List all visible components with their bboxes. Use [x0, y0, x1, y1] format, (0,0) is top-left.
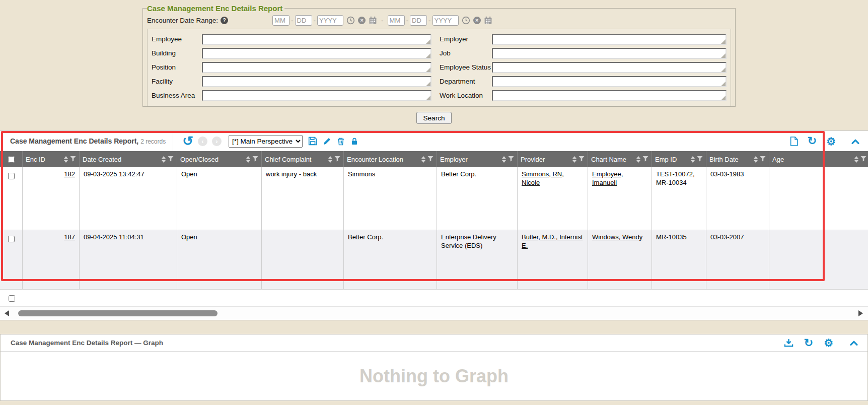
- help-icon[interactable]: ?: [221, 17, 228, 24]
- end-year-input[interactable]: [432, 15, 459, 26]
- business-area-input[interactable]: [202, 90, 431, 101]
- building-input[interactable]: [202, 48, 431, 59]
- position-input[interactable]: [202, 62, 431, 73]
- table-cell: Simmons: [344, 167, 437, 230]
- scroll-right-arrow-icon[interactable]: [858, 310, 863, 316]
- start-calendar-icon[interactable]: [369, 16, 377, 25]
- end-time-clock-icon[interactable]: [462, 16, 470, 25]
- column-header-open-closed[interactable]: Open/Closed: [177, 151, 262, 167]
- graph-settings-gear-icon[interactable]: ⚙: [824, 337, 833, 348]
- graph-collapse-icon[interactable]: [849, 340, 858, 346]
- column-label: Chart Name: [591, 156, 633, 163]
- sort-icon[interactable]: [854, 156, 858, 163]
- column-header-encounter-location[interactable]: Encounter Location: [344, 151, 437, 167]
- employee-input[interactable]: [202, 34, 431, 45]
- filter-funnel-icon[interactable]: [697, 156, 703, 163]
- end-calendar-icon[interactable]: [484, 16, 492, 25]
- end-clear-icon[interactable]: ×: [473, 17, 481, 24]
- scrollbar-thumb[interactable]: [18, 310, 218, 316]
- table-cell: Enterprise Delivery Service (EDS): [437, 230, 518, 289]
- filter-fields-right-column: EmployerJobEmployee StatusDepartmentWork…: [440, 32, 727, 103]
- employer-input[interactable]: [492, 34, 727, 45]
- column-header-enc-id[interactable]: Enc ID: [23, 151, 80, 167]
- filter-funnel-icon[interactable]: [760, 156, 766, 163]
- sort-icon[interactable]: [691, 156, 695, 163]
- edit-perspective-icon[interactable]: [323, 137, 331, 146]
- column-header-chart-name[interactable]: Chart Name: [588, 151, 652, 167]
- sort-icon[interactable]: [64, 156, 68, 163]
- filter-funnel-icon[interactable]: [508, 156, 514, 163]
- sort-icon[interactable]: [502, 156, 506, 163]
- start-clear-icon[interactable]: ×: [358, 17, 366, 24]
- start-year-input[interactable]: [317, 15, 343, 26]
- column-header-emp-id[interactable]: Emp ID: [652, 151, 706, 167]
- start-time-clock-icon[interactable]: [346, 16, 355, 25]
- cell-link[interactable]: Employee, Imanuell: [592, 170, 623, 186]
- sort-icon[interactable]: [328, 156, 332, 163]
- department-input[interactable]: [492, 76, 727, 87]
- field-input-wrap: [492, 90, 727, 101]
- filter-funnel-icon[interactable]: [252, 156, 258, 163]
- graph-toolbar: Case Management Enc Details Report — Gra…: [1, 334, 867, 352]
- column-label: Encounter Location: [347, 156, 418, 163]
- search-button[interactable]: Search: [416, 112, 452, 124]
- undo-icon[interactable]: ↺: [182, 136, 193, 146]
- field-label-employer: Employer: [440, 36, 492, 43]
- work-location-input[interactable]: [492, 90, 727, 101]
- cell-link[interactable]: 182: [64, 170, 75, 178]
- next-perspective-icon[interactable]: ›: [212, 137, 222, 146]
- facility-input[interactable]: [202, 76, 431, 87]
- cell-link[interactable]: Simmons, RN, Nicole: [522, 170, 564, 186]
- start-month-input[interactable]: [272, 15, 290, 26]
- filter-funnel-icon[interactable]: [578, 156, 585, 163]
- footer-row-checkbox[interactable]: [9, 295, 15, 302]
- export-file-icon[interactable]: [790, 137, 798, 146]
- field-label-building: Building: [152, 50, 202, 57]
- start-day-input[interactable]: [295, 15, 312, 26]
- row-checkbox[interactable]: [8, 173, 15, 179]
- column-header-employer[interactable]: Employer: [437, 151, 518, 167]
- column-header-provider[interactable]: Provider: [518, 151, 588, 167]
- sort-icon[interactable]: [572, 156, 576, 163]
- settings-gear-icon[interactable]: ⚙: [826, 136, 836, 147]
- filter-funnel-icon[interactable]: [334, 156, 340, 163]
- scroll-left-arrow-icon[interactable]: [5, 310, 9, 316]
- column-header-date-created[interactable]: Date Created: [80, 151, 177, 167]
- sort-icon[interactable]: [636, 156, 640, 163]
- filter-funnel-icon[interactable]: [860, 156, 866, 163]
- filter-funnel-icon[interactable]: [168, 156, 174, 163]
- select-all-checkbox[interactable]: [8, 156, 15, 163]
- refresh-icon[interactable]: ↻: [808, 136, 817, 147]
- sort-icon[interactable]: [421, 156, 425, 163]
- column-header-birth-date[interactable]: Birth Date: [706, 151, 769, 167]
- row-checkbox[interactable]: [8, 236, 15, 242]
- end-month-input[interactable]: [388, 15, 405, 26]
- lock-perspective-icon[interactable]: [350, 137, 358, 146]
- delete-perspective-icon[interactable]: [337, 137, 345, 146]
- save-perspective-icon[interactable]: [308, 137, 317, 146]
- filter-funnel-icon[interactable]: [70, 156, 76, 163]
- sort-icon[interactable]: [162, 156, 166, 163]
- sort-icon[interactable]: [754, 156, 758, 163]
- end-day-input[interactable]: [410, 15, 427, 26]
- cell-link[interactable]: 187: [64, 233, 75, 241]
- field-input-wrap: [202, 76, 431, 87]
- input-corner-notch: [721, 68, 726, 72]
- collapse-panel-icon[interactable]: [851, 138, 860, 145]
- download-icon[interactable]: [784, 339, 793, 347]
- filter-funnel-icon[interactable]: [427, 156, 433, 163]
- graph-refresh-icon[interactable]: ↻: [804, 337, 813, 349]
- prev-perspective-icon[interactable]: ‹: [198, 137, 207, 146]
- filter-fields-panel: EmployeeBuildingPositionFacilityBusiness…: [147, 29, 731, 106]
- horizontal-scrollbar[interactable]: [0, 307, 868, 320]
- sort-icon[interactable]: [246, 156, 250, 163]
- column-header-age[interactable]: Age: [769, 151, 868, 167]
- column-header-chief-complaint[interactable]: Chief Complaint: [262, 151, 344, 167]
- cell-link[interactable]: Windows, Wendy: [592, 233, 642, 241]
- filter-funnel-icon[interactable]: [642, 156, 648, 163]
- job-input[interactable]: [492, 48, 727, 59]
- table-cell: Employee, Imanuell: [588, 167, 652, 230]
- employee-status-input[interactable]: [492, 62, 727, 73]
- perspective-select[interactable]: [*] Main Perspective: [229, 135, 303, 148]
- cell-link[interactable]: Butler, M.D., Internist E.: [522, 233, 583, 249]
